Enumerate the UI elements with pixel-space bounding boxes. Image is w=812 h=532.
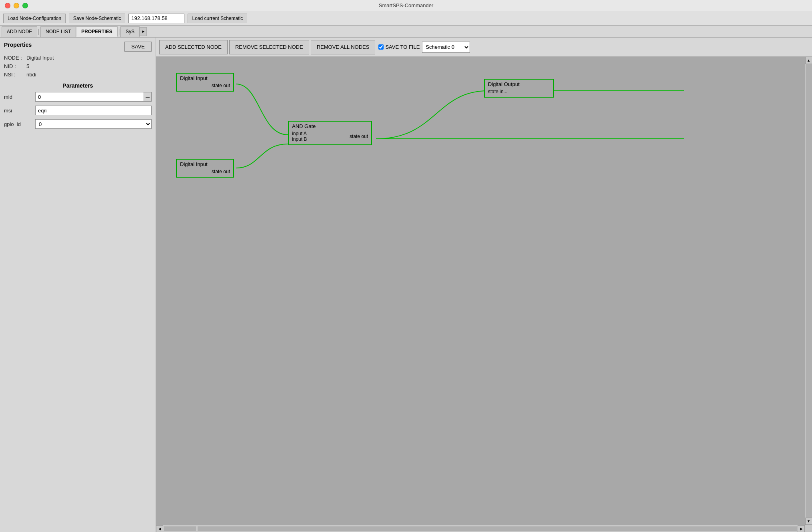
remove-selected-node-button[interactable]: REMOVE SELECTED NODE xyxy=(229,40,309,54)
nsi-value: nbdi xyxy=(26,72,36,78)
nid-row: NID : 5 xyxy=(4,63,152,69)
load-current-schematic-button[interactable]: Load current Schematic xyxy=(188,14,247,23)
properties-title: Properties xyxy=(4,42,32,48)
scroll-h-thumb[interactable] xyxy=(164,526,196,531)
window-title: SmartSPS-Commander xyxy=(379,2,434,8)
param-mid-label: mid xyxy=(4,94,32,100)
save-button[interactable]: SAVE xyxy=(124,42,152,52)
nsi-row: NSI : nbdi xyxy=(4,72,152,78)
tab-add-node[interactable]: ADD NODE xyxy=(2,26,37,37)
minimize-button[interactable] xyxy=(14,3,19,8)
node-digital-output-ports: state in... xyxy=(488,88,550,95)
param-gpio-row: gpio_id 0 1 2 3 xyxy=(4,119,152,129)
canvas-toolbar: ADD SELECTED NODE REMOVE SELECTED NODE R… xyxy=(156,38,812,57)
port-and-input-b: input B xyxy=(292,136,307,142)
param-msi-input[interactable] xyxy=(35,106,152,115)
node-digital-input-2[interactable]: Digital Input state out xyxy=(176,159,234,178)
menu-bar: Load Node-Configuration Save Node-Schema… xyxy=(0,11,812,26)
save-to-file-area: SAVE TO FILE Schematic 0 Schematic 1 Sch… xyxy=(378,42,470,53)
param-mid-input-group: — xyxy=(35,92,152,102)
save-node-schematic-button[interactable]: Save Node-Schematic xyxy=(69,14,125,23)
nsi-label: NSI : xyxy=(4,72,24,78)
node-digital-input-2-title: Digital Input xyxy=(180,161,230,167)
schematic-select[interactable]: Schematic 0 Schematic 1 Schematic 2 xyxy=(422,42,470,53)
add-selected-node-button[interactable]: ADD SELECTED NODE xyxy=(159,40,228,54)
scroll-left-arrow[interactable]: ◀ xyxy=(156,525,163,532)
right-panel: ADD SELECTED NODE REMOVE SELECTED NODE R… xyxy=(156,38,812,532)
nid-value: 5 xyxy=(26,63,29,69)
scroll-corner xyxy=(805,525,812,532)
maximize-button[interactable] xyxy=(22,3,28,8)
port-di1-state-out: state out xyxy=(212,83,230,88)
save-to-file-label[interactable]: SAVE TO FILE xyxy=(378,44,420,50)
scroll-h-track xyxy=(198,526,797,531)
node-row: NODE : Digital Input xyxy=(4,55,152,61)
port-and-state-out: state out xyxy=(350,134,368,139)
node-digital-input-1[interactable]: Digital Input state out xyxy=(176,73,234,92)
node-label: NODE : xyxy=(4,55,24,61)
canvas-area[interactable]: Digital Input state out Digital Input st… xyxy=(156,57,805,525)
param-mid-row: mid — xyxy=(4,92,152,102)
param-msi-label: msi xyxy=(4,108,32,114)
param-gpio-select[interactable]: 0 1 2 3 xyxy=(35,119,152,129)
tab-separator-2: | xyxy=(118,28,121,35)
tab-separator-1: | xyxy=(37,28,40,35)
connections-svg xyxy=(156,57,805,525)
load-node-config-button[interactable]: Load Node-Configuration xyxy=(3,14,66,23)
tab-node-list[interactable]: NODE LIST xyxy=(40,26,76,37)
main-layout: Properties SAVE NODE : Digital Input NID… xyxy=(0,38,812,532)
node-digital-input-1-ports: state out xyxy=(180,82,230,89)
window-controls xyxy=(5,3,28,8)
tab-sys[interactable]: SyS xyxy=(120,26,140,37)
horizontal-scrollbar[interactable]: ◀ ▶ xyxy=(156,525,805,532)
remove-all-nodes-button[interactable]: REMOVE ALL NODES xyxy=(311,40,376,54)
node-and-gate-title: AND Gate xyxy=(292,123,368,129)
left-panel: Properties SAVE NODE : Digital Input NID… xyxy=(0,38,156,532)
node-digital-output[interactable]: Digital Output state in... xyxy=(484,79,554,98)
canvas-wrapper: Digital Input state out Digital Input st… xyxy=(156,57,812,532)
port-and-input-a: input A xyxy=(292,131,307,136)
port-di2-state-out: state out xyxy=(212,169,230,174)
node-digital-output-title: Digital Output xyxy=(488,81,550,87)
title-bar: SmartSPS-Commander xyxy=(0,0,812,11)
parameters-title: Parameters xyxy=(4,82,152,89)
node-digital-input-1-title: Digital Input xyxy=(180,75,230,81)
scroll-down-arrow[interactable]: ▼ xyxy=(805,518,812,525)
close-button[interactable] xyxy=(5,3,10,8)
tab-bar: ADD NODE | NODE LIST PROPERTIES | SyS ► xyxy=(0,26,812,38)
nid-label: NID : xyxy=(4,63,24,69)
param-mid-input[interactable] xyxy=(35,92,144,102)
vertical-scrollbar[interactable]: ▲ ▼ xyxy=(805,57,812,525)
param-msi-row: msi xyxy=(4,106,152,115)
scroll-right-arrow[interactable]: ▶ xyxy=(798,525,805,532)
tab-properties[interactable]: PROPERTIES xyxy=(76,26,117,37)
ip-address-input[interactable] xyxy=(128,14,184,23)
node-and-gate-ports: input A input B state out xyxy=(292,130,368,143)
tab-scroll-right[interactable]: ► xyxy=(140,27,147,36)
node-digital-input-2-ports: state out xyxy=(180,168,230,175)
save-to-file-checkbox[interactable] xyxy=(378,44,384,50)
param-mid-btn[interactable]: — xyxy=(144,92,152,102)
param-gpio-label: gpio_id xyxy=(4,121,32,127)
scroll-up-arrow[interactable]: ▲ xyxy=(805,57,812,64)
node-value: Digital Input xyxy=(26,55,54,61)
scroll-v-thumb[interactable] xyxy=(806,64,812,518)
port-do-state-in: state in... xyxy=(488,89,508,94)
node-and-gate[interactable]: AND Gate input A input B state out xyxy=(288,121,372,145)
